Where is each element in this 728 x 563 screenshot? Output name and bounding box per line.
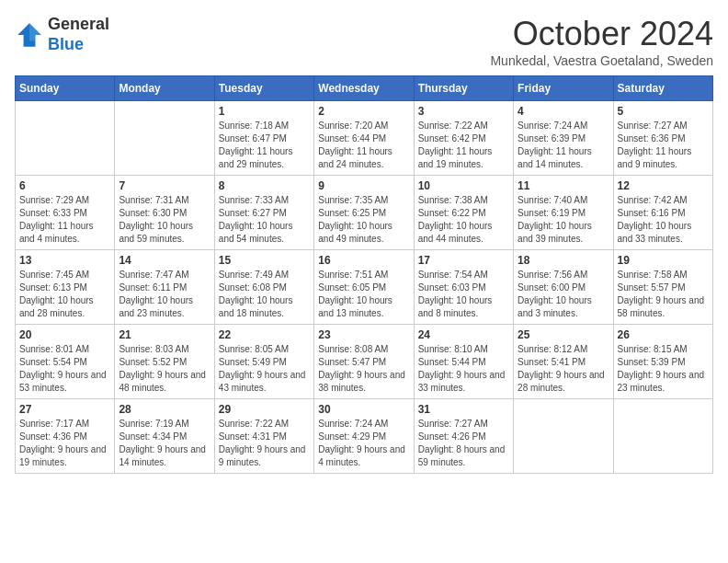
- calendar-cell: 15Sunrise: 7:49 AMSunset: 6:08 PMDayligh…: [214, 250, 313, 325]
- calendar-cell: 25Sunrise: 8:12 AMSunset: 5:41 PMDayligh…: [514, 325, 613, 399]
- day-info: Sunrise: 7:22 AMSunset: 4:31 PMDaylight:…: [219, 418, 310, 469]
- calendar-cell: 27Sunrise: 7:17 AMSunset: 4:36 PMDayligh…: [16, 399, 115, 474]
- calendar-cell: 22Sunrise: 8:05 AMSunset: 5:49 PMDayligh…: [214, 325, 313, 399]
- calendar-week-row: 20Sunrise: 8:01 AMSunset: 5:54 PMDayligh…: [16, 325, 713, 399]
- calendar-table: SundayMondayTuesdayWednesdayThursdayFrid…: [15, 75, 713, 474]
- day-number: 3: [418, 105, 509, 118]
- calendar-week-row: 13Sunrise: 7:45 AMSunset: 6:13 PMDayligh…: [16, 250, 713, 325]
- day-info: Sunrise: 7:47 AMSunset: 6:11 PMDaylight:…: [119, 269, 210, 320]
- calendar-cell: 24Sunrise: 8:10 AMSunset: 5:44 PMDayligh…: [414, 325, 513, 399]
- calendar-cell: [16, 101, 115, 176]
- day-number: 4: [518, 105, 609, 118]
- day-info: Sunrise: 7:24 AMSunset: 4:29 PMDaylight:…: [318, 418, 409, 469]
- calendar-cell: 12Sunrise: 7:42 AMSunset: 6:16 PMDayligh…: [613, 176, 712, 250]
- day-info: Sunrise: 7:24 AMSunset: 6:39 PMDaylight:…: [518, 120, 609, 171]
- day-number: 24: [418, 328, 509, 341]
- day-number: 22: [219, 328, 310, 341]
- day-info: Sunrise: 7:35 AMSunset: 6:25 PMDaylight:…: [318, 194, 409, 246]
- day-info: Sunrise: 7:17 AMSunset: 4:36 PMDaylight:…: [19, 418, 110, 469]
- calendar-cell: 4Sunrise: 7:24 AMSunset: 6:39 PMDaylight…: [514, 101, 613, 176]
- calendar-cell: 2Sunrise: 7:20 AMSunset: 6:44 PMDaylight…: [314, 101, 414, 176]
- weekday-header: Sunday: [16, 76, 115, 101]
- day-info: Sunrise: 8:10 AMSunset: 5:44 PMDaylight:…: [418, 343, 509, 395]
- calendar-cell: 26Sunrise: 8:15 AMSunset: 5:39 PMDayligh…: [613, 325, 712, 399]
- day-info: Sunrise: 7:19 AMSunset: 4:34 PMDaylight:…: [119, 418, 210, 469]
- day-info: Sunrise: 8:12 AMSunset: 5:41 PMDaylight:…: [518, 343, 609, 395]
- calendar-cell: 1Sunrise: 7:18 AMSunset: 6:47 PMDaylight…: [214, 101, 313, 176]
- weekday-header: Wednesday: [314, 76, 414, 101]
- day-info: Sunrise: 7:40 AMSunset: 6:19 PMDaylight:…: [518, 194, 609, 246]
- day-number: 12: [618, 179, 709, 192]
- calendar-cell: 20Sunrise: 8:01 AMSunset: 5:54 PMDayligh…: [16, 325, 115, 399]
- day-info: Sunrise: 8:01 AMSunset: 5:54 PMDaylight:…: [19, 343, 110, 395]
- calendar-cell: [613, 399, 712, 474]
- day-number: 14: [119, 254, 210, 267]
- calendar-cell: 17Sunrise: 7:54 AMSunset: 6:03 PMDayligh…: [414, 250, 513, 325]
- calendar-cell: 6Sunrise: 7:29 AMSunset: 6:33 PMDaylight…: [16, 176, 115, 250]
- weekday-header: Tuesday: [214, 76, 313, 101]
- day-info: Sunrise: 7:38 AMSunset: 6:22 PMDaylight:…: [418, 194, 509, 246]
- day-number: 9: [318, 179, 409, 192]
- day-number: 26: [618, 328, 709, 341]
- day-info: Sunrise: 7:27 AMSunset: 4:26 PMDaylight:…: [418, 418, 509, 469]
- day-info: Sunrise: 7:49 AMSunset: 6:08 PMDaylight:…: [219, 269, 310, 320]
- day-info: Sunrise: 7:31 AMSunset: 6:30 PMDaylight:…: [119, 194, 210, 246]
- day-info: Sunrise: 8:15 AMSunset: 5:39 PMDaylight:…: [618, 343, 709, 395]
- month-title: October 2024: [490, 15, 713, 53]
- calendar-cell: 9Sunrise: 7:35 AMSunset: 6:25 PMDaylight…: [314, 176, 414, 250]
- page-header: General Blue October 2024 Munkedal, Vaes…: [15, 15, 713, 68]
- calendar-cell: 19Sunrise: 7:58 AMSunset: 5:57 PMDayligh…: [613, 250, 712, 325]
- day-number: 25: [518, 328, 609, 341]
- calendar-week-row: 6Sunrise: 7:29 AMSunset: 6:33 PMDaylight…: [16, 176, 713, 250]
- day-number: 20: [19, 328, 110, 341]
- day-info: Sunrise: 8:03 AMSunset: 5:52 PMDaylight:…: [119, 343, 210, 395]
- day-info: Sunrise: 8:05 AMSunset: 5:49 PMDaylight:…: [219, 343, 310, 395]
- day-info: Sunrise: 7:56 AMSunset: 6:00 PMDaylight:…: [518, 269, 609, 320]
- weekday-header: Thursday: [414, 76, 513, 101]
- day-number: 21: [119, 328, 210, 341]
- day-number: 15: [219, 254, 310, 267]
- calendar-cell: 18Sunrise: 7:56 AMSunset: 6:00 PMDayligh…: [514, 250, 613, 325]
- day-info: Sunrise: 7:29 AMSunset: 6:33 PMDaylight:…: [19, 194, 110, 246]
- day-number: 19: [618, 254, 709, 267]
- calendar-cell: 31Sunrise: 7:27 AMSunset: 4:26 PMDayligh…: [414, 399, 513, 474]
- calendar-cell: 13Sunrise: 7:45 AMSunset: 6:13 PMDayligh…: [16, 250, 115, 325]
- day-number: 27: [19, 403, 110, 416]
- day-info: Sunrise: 7:54 AMSunset: 6:03 PMDaylight:…: [418, 269, 509, 320]
- calendar-cell: 30Sunrise: 7:24 AMSunset: 4:29 PMDayligh…: [314, 399, 414, 474]
- day-number: 10: [418, 179, 509, 192]
- day-info: Sunrise: 7:18 AMSunset: 6:47 PMDaylight:…: [219, 120, 310, 171]
- logo-text: General Blue: [48, 15, 109, 54]
- calendar-cell: 7Sunrise: 7:31 AMSunset: 6:30 PMDaylight…: [115, 176, 214, 250]
- weekday-header: Monday: [115, 76, 214, 101]
- day-number: 7: [119, 179, 210, 192]
- calendar-cell: 3Sunrise: 7:22 AMSunset: 6:42 PMDaylight…: [414, 101, 513, 176]
- day-number: 30: [318, 403, 409, 416]
- logo: General Blue: [15, 15, 109, 54]
- day-info: Sunrise: 7:20 AMSunset: 6:44 PMDaylight:…: [318, 120, 409, 171]
- day-number: 6: [19, 179, 110, 192]
- day-number: 23: [318, 328, 409, 341]
- calendar-cell: 23Sunrise: 8:08 AMSunset: 5:47 PMDayligh…: [314, 325, 414, 399]
- day-number: 11: [518, 179, 609, 192]
- location: Munkedal, Vaestra Goetaland, Sweden: [490, 53, 713, 68]
- weekday-header: Friday: [514, 76, 613, 101]
- svg-marker-1: [29, 23, 41, 40]
- day-info: Sunrise: 7:51 AMSunset: 6:05 PMDaylight:…: [318, 269, 409, 320]
- day-info: Sunrise: 7:45 AMSunset: 6:13 PMDaylight:…: [19, 269, 110, 320]
- day-number: 16: [318, 254, 409, 267]
- calendar-cell: 29Sunrise: 7:22 AMSunset: 4:31 PMDayligh…: [214, 399, 313, 474]
- day-info: Sunrise: 7:33 AMSunset: 6:27 PMDaylight:…: [219, 194, 310, 246]
- day-number: 28: [119, 403, 210, 416]
- calendar-cell: 10Sunrise: 7:38 AMSunset: 6:22 PMDayligh…: [414, 176, 513, 250]
- calendar-cell: 14Sunrise: 7:47 AMSunset: 6:11 PMDayligh…: [115, 250, 214, 325]
- calendar-cell: 5Sunrise: 7:27 AMSunset: 6:36 PMDaylight…: [613, 101, 712, 176]
- weekday-header-row: SundayMondayTuesdayWednesdayThursdayFrid…: [16, 76, 713, 101]
- calendar-week-row: 1Sunrise: 7:18 AMSunset: 6:47 PMDaylight…: [16, 101, 713, 176]
- day-number: 8: [219, 179, 310, 192]
- day-number: 29: [219, 403, 310, 416]
- day-number: 17: [418, 254, 509, 267]
- day-number: 1: [219, 105, 310, 118]
- title-area: October 2024 Munkedal, Vaestra Goetaland…: [490, 15, 713, 68]
- day-number: 31: [418, 403, 509, 416]
